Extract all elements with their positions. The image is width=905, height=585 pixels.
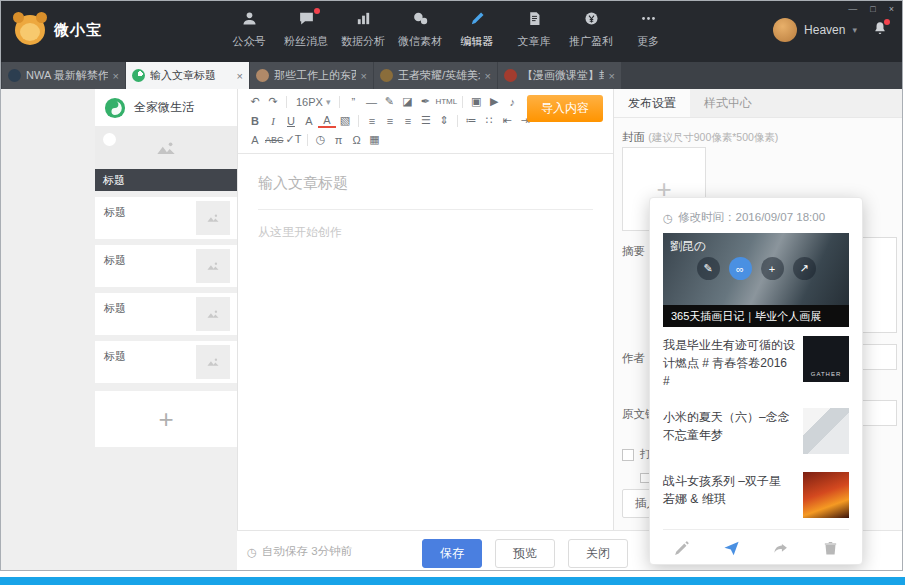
send-action-icon[interactable] [723,540,740,557]
nav-label: 文章库 [506,34,562,49]
redo-icon[interactable]: ↷ [264,93,282,110]
eraser-icon[interactable]: ◪ [398,93,416,110]
article-item[interactable]: 标题 [95,197,237,239]
minimize-button[interactable]: — [848,4,857,14]
strikethrough-icon[interactable]: ABC [264,131,285,148]
nav-item-more[interactable]: 更多 [620,10,676,49]
nav-item-wechat-material[interactable]: 微信素材 [392,10,448,49]
clock-icon[interactable]: ◷ [312,131,330,148]
maximize-button[interactable]: □ [870,4,875,14]
undo-icon[interactable]: ↶ [246,93,264,110]
line-height-icon[interactable]: ⇕ [435,112,453,129]
horizontal-rule-icon[interactable]: — [362,93,380,110]
tab-close-icon[interactable]: × [237,70,243,82]
notification-dot [314,8,320,14]
font-color-icon[interactable]: A [318,113,336,128]
article-title-input[interactable]: 输入文章标题 [258,174,593,210]
symbol-icon[interactable]: Ω [348,131,366,148]
align-left-icon[interactable]: ≡ [363,112,381,129]
spellcheck-icon[interactable]: ✓T [285,131,303,148]
chevron-down-icon[interactable]: ▾ [852,25,857,35]
tab-article-current[interactable]: 输入文章标题 × [126,62,250,89]
history-item[interactable]: 战斗女孩系列 –双子星 若娜 & 维琪 [663,463,849,527]
insert-music-icon[interactable]: ♪ [503,93,521,110]
insert-image-icon[interactable]: ▣ [467,93,485,110]
article-item[interactable]: 标题 [95,293,237,335]
edit-overlay-icon[interactable]: ✎ [697,257,720,280]
user-name[interactable]: Heaven [804,23,845,37]
nav-label: 公众号 [221,34,277,49]
tab-publish-settings[interactable]: 发布设置 [614,89,690,117]
nav-item-data-analytics[interactable]: 数据分析 [335,10,391,49]
tab-close-icon[interactable]: × [113,70,119,82]
popup-cover[interactable]: 劉昆の ✎ ∞ + ↗ 365天插画日记｜毕业个人画展 [663,233,849,327]
tab-article-5[interactable]: 【漫画微课堂】封面海 × [498,62,622,89]
table-icon[interactable]: ▦ [366,131,384,148]
nav-item-fan-messages[interactable]: 粉丝消息 [278,10,334,49]
nav-item-promotion-profit[interactable]: 推广盈利 [563,10,619,49]
close-button[interactable]: × [889,4,894,14]
share-action-icon[interactable] [772,540,789,557]
align-right-icon[interactable]: ≡ [399,112,417,129]
history-popup: ◷ 修改时间：2016/09/07 18:00 劉昆の ✎ ∞ + ↗ 365天… [649,197,863,565]
superscript-icon[interactable]: A [246,131,264,148]
html-icon[interactable]: HTML [434,93,458,110]
tab-close-icon[interactable]: × [609,70,615,82]
tab-style-center[interactable]: 样式中心 [690,89,766,117]
tab-favicon [380,69,393,82]
blockquote-icon[interactable]: ” [344,93,362,110]
close-article-button[interactable]: 关闭 [568,539,628,568]
align-center-icon[interactable]: ≡ [381,112,399,129]
font-family-icon[interactable]: A [300,112,318,129]
user-avatar[interactable] [773,18,797,42]
outdent-icon[interactable]: ⇤ [498,112,516,129]
coin-icon [563,10,619,30]
tab-close-icon[interactable]: × [361,70,367,82]
underline-icon[interactable]: U [282,112,300,129]
delete-action-icon[interactable] [822,540,839,557]
highlight-color-icon[interactable]: ▧ [336,112,354,129]
unordered-list-icon[interactable]: ∷ [480,112,498,129]
pen-icon[interactable]: ✒ [416,93,434,110]
formula-icon[interactable]: π [330,131,348,148]
nav-label: 粉丝消息 [278,34,334,49]
nav-item-article-library[interactable]: 文章库 [506,10,562,49]
nav-item-editor[interactable]: 编辑器 [449,10,505,49]
align-justify-icon[interactable]: ☰ [417,112,435,129]
link-overlay-icon[interactable]: ∞ [729,257,752,280]
comment-checkbox[interactable] [622,449,634,461]
nav-item-official-accounts[interactable]: 公众号 [221,10,277,49]
add-overlay-icon[interactable]: + [761,257,784,280]
import-content-button[interactable]: 导入内容 [527,95,603,122]
nav-label: 推广盈利 [563,34,619,49]
insert-video-icon[interactable]: ▶ [485,93,503,110]
history-item[interactable]: 小米的夏天（六）–念念不忘童年梦 [663,399,849,463]
export-overlay-icon[interactable]: ↗ [793,257,816,280]
ordered-list-icon[interactable]: ≔ [462,112,480,129]
italic-icon[interactable]: I [264,112,282,129]
format-brush-icon[interactable]: ✎ [380,93,398,110]
preview-button[interactable]: 预览 [495,539,555,568]
app-window: 微小宝 公众号 粉丝消息 数据分析 微信素材 [0,0,903,571]
notifications-button[interactable] [872,20,888,40]
save-button[interactable]: 保存 [422,539,482,568]
edit-action-icon[interactable] [673,540,690,557]
tab-article-1[interactable]: NWA 最新解禁作品 × [2,62,126,89]
chat-icon [278,10,334,30]
article-item[interactable]: 标题 [95,245,237,287]
font-size-select[interactable]: 16PX▾ [291,96,335,108]
article-item-active[interactable]: 标题 [95,127,237,191]
add-article-button[interactable]: + [95,391,237,447]
tab-article-4[interactable]: 王者荣耀/英雄美术字 × [374,62,498,89]
article-body-input[interactable]: 从这里开始创作 [258,224,593,241]
image-placeholder-icon [206,355,220,369]
bold-icon[interactable]: B [246,112,264,129]
document-icon [506,10,562,30]
article-item[interactable]: 标题 [95,341,237,383]
tab-article-3[interactable]: 那些工作上的东西 × [250,62,374,89]
history-item[interactable]: 我是毕业生有迹可循的设计燃点 # 青春答卷2016 # GATHER [663,327,849,399]
clock-icon: ◷ [663,211,673,225]
account-header[interactable]: 全家微生活 [95,89,237,127]
tab-close-icon[interactable]: × [485,70,491,82]
article-sidebar: 全家微生活 标题 标题 标题 标题 标题 [95,89,237,571]
